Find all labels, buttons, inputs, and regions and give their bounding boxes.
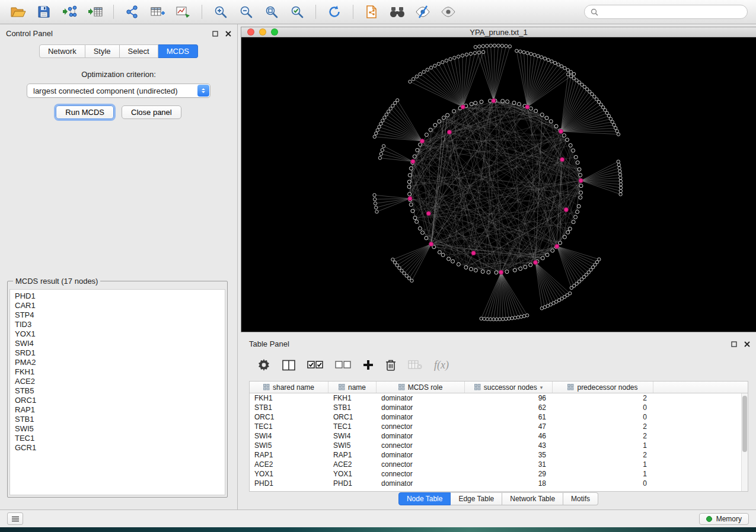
tab-select[interactable]: Select [120, 44, 158, 58]
close-panel-icon[interactable] [744, 341, 750, 347]
preview-button[interactable] [438, 3, 458, 21]
table-scrollbar[interactable] [741, 393, 748, 491]
criterion-dropdown[interactable]: largest connected component (undirected) [27, 84, 210, 98]
node-table-body: FKH1FKH1dominator962STB1STB1dominator620… [250, 393, 741, 491]
column-header[interactable]: name [328, 382, 377, 393]
add-column-button[interactable] [363, 360, 374, 370]
window-minimize-light[interactable] [259, 28, 266, 36]
column-header[interactable]: predecessor nodes [553, 382, 653, 393]
window-zoom-light[interactable] [271, 28, 278, 36]
table-row[interactable]: ORC1ORC1dominator610 [250, 412, 741, 422]
table-row[interactable]: RAP1RAP1dominator352 [250, 450, 741, 460]
dropdown-stepper-icon [197, 85, 209, 97]
tab-network-table[interactable]: Network Table [502, 492, 563, 505]
export-image-button[interactable] [173, 3, 193, 21]
table-row[interactable]: SWI5SWI5connector431 [250, 441, 741, 450]
result-node[interactable]: STB1 [15, 415, 220, 424]
table-row[interactable]: TEC1TEC1connector472 [250, 422, 741, 431]
criterion-dropdown-value: largest connected component (undirected) [33, 86, 178, 95]
refresh-layout-button[interactable] [324, 3, 344, 21]
table-row[interactable]: ACE2ACE2connector311 [250, 460, 741, 469]
network-window-title: YPA_prune.txt_1 [241, 28, 756, 37]
tab-motifs[interactable]: Motifs [563, 492, 598, 505]
result-node[interactable]: STB5 [15, 386, 220, 396]
delete-column-button[interactable] [385, 359, 396, 371]
run-mcds-button[interactable]: Run MCDS [56, 105, 114, 119]
result-node[interactable]: SRD1 [15, 348, 220, 358]
search-network-button[interactable] [387, 3, 407, 21]
table-row[interactable]: PHD1PHD1dominator180 [250, 479, 741, 488]
close-panel-icon[interactable] [225, 31, 231, 37]
plus-icon [363, 360, 374, 370]
main-toolbar [0, 0, 756, 24]
new-table-button[interactable] [148, 3, 168, 21]
result-node[interactable]: STP4 [15, 310, 220, 320]
search-input[interactable] [602, 8, 741, 16]
result-node[interactable]: TEC1 [15, 434, 220, 443]
float-panel-icon[interactable] [212, 31, 218, 37]
table-row[interactable]: FKH1FKH1dominator962 [250, 393, 741, 403]
table-cell: 62 [465, 403, 553, 412]
result-node[interactable]: RAP1 [15, 405, 220, 415]
zoom-selected-button[interactable] [287, 3, 307, 21]
mcds-result-list[interactable]: PHD1CAR1STP4TID3YOX1SWI4SRD1PMA2FKH1ACE2… [9, 289, 225, 495]
table-cell: 35 [465, 451, 553, 459]
network-search[interactable] [584, 5, 748, 19]
open-session-button[interactable] [8, 3, 28, 21]
tab-node-table[interactable]: Node Table [398, 492, 451, 505]
select-all-button[interactable] [307, 360, 323, 370]
result-node[interactable]: ACE2 [15, 377, 220, 386]
column-header[interactable]: successor nodes▾ [465, 382, 553, 393]
result-node[interactable]: PMA2 [15, 358, 220, 367]
tab-edge-table[interactable]: Edge Table [451, 492, 502, 505]
memory-button[interactable]: Memory [699, 513, 749, 525]
list-icon [11, 516, 20, 522]
network-window-titlebar[interactable]: YPA_prune.txt_1 [241, 27, 756, 37]
scrollbar-thumb[interactable] [742, 396, 747, 452]
table-cell: 0 [553, 413, 653, 421]
table-settings-button[interactable] [257, 358, 270, 371]
table-row[interactable]: STB1STB1dominator620 [250, 403, 741, 412]
import-table-button[interactable] [85, 3, 105, 21]
table-row[interactable]: YOX1YOX1connector291 [250, 469, 741, 479]
network-canvas[interactable] [241, 37, 756, 332]
new-network-button[interactable] [122, 3, 142, 21]
zoom-in-button[interactable] [210, 3, 231, 21]
result-node[interactable]: YOX1 [15, 329, 220, 339]
result-node[interactable]: FKH1 [15, 367, 220, 377]
gear-icon [257, 358, 270, 371]
table-cell: ORC1 [328, 413, 377, 421]
result-node[interactable]: GCR1 [15, 443, 220, 453]
deselect-all-button[interactable] [335, 360, 351, 370]
import-network-button[interactable] [59, 3, 79, 21]
status-menu-button[interactable] [7, 512, 23, 525]
column-header[interactable]: shared name [250, 382, 328, 393]
tab-mcds[interactable]: MCDS [158, 44, 198, 58]
column-attr-icon [474, 384, 481, 390]
tab-style[interactable]: Style [85, 44, 120, 58]
tab-network[interactable]: Network [39, 44, 85, 58]
table-row[interactable]: SWI4SWI4dominator462 [250, 431, 741, 441]
result-node[interactable]: TID3 [15, 320, 220, 329]
result-node[interactable]: PHD1 [15, 291, 220, 301]
show-columns-button[interactable] [282, 360, 295, 371]
save-session-button[interactable] [34, 3, 54, 21]
close-panel-button[interactable]: Close panel [122, 105, 181, 119]
sort-chevron-icon[interactable]: ▾ [540, 384, 543, 390]
window-close-light[interactable] [247, 28, 254, 36]
result-node[interactable]: SWI4 [15, 339, 220, 348]
table-cell: dominator [377, 479, 465, 488]
table-cell: dominator [377, 451, 465, 459]
zoom-out-button[interactable] [236, 3, 256, 21]
toggle-graphics-details-button[interactable] [413, 3, 433, 21]
float-panel-icon[interactable] [731, 341, 737, 347]
column-header[interactable]: MCDS role [377, 382, 465, 393]
zoom-fit-button[interactable] [261, 3, 282, 21]
table-cell: connector [377, 441, 465, 450]
toolbar-separator [113, 5, 114, 19]
result-node[interactable]: ORC1 [15, 396, 220, 405]
memory-status-dot-icon [706, 516, 712, 522]
result-node[interactable]: SWI5 [15, 424, 220, 434]
result-node[interactable]: CAR1 [15, 301, 220, 310]
export-network-button[interactable] [362, 3, 382, 21]
